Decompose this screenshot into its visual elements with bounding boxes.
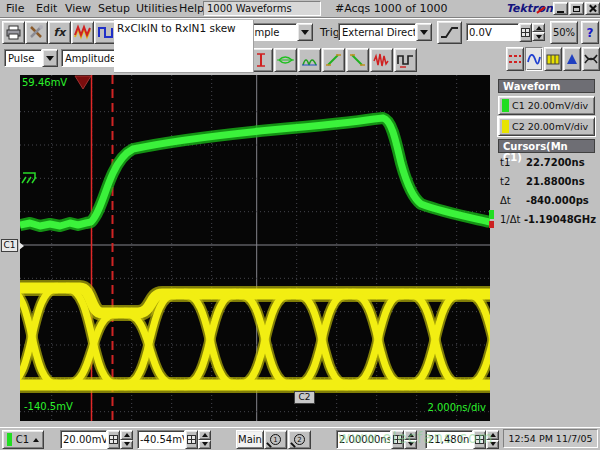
annotation-label: RxClkIN to RxIN1 skew [114, 20, 254, 73]
vertical-scale-up-button[interactable] [120, 430, 133, 440]
horizontal-scale-up-button[interactable] [404, 430, 417, 440]
measure-fall-slope-button[interactable] [346, 48, 369, 72]
vertical-scale-field[interactable]: 20.00mV/ [60, 430, 107, 449]
trigger-source-dropdown-button[interactable] [416, 23, 432, 41]
printer-icon [5, 24, 22, 41]
horizontal-scale-spinner: 2.00000ns [336, 430, 417, 449]
trig-label: Trig [320, 26, 340, 39]
channel-select-label: C1 [16, 434, 29, 445]
horizontal-mode-button[interactable]: Main [236, 430, 264, 449]
graticule-display[interactable]: 59.46mV -140.5mV 2.000ns/div C2 [20, 75, 490, 421]
cursor-readout-t2: t221.8800ns [500, 176, 596, 187]
horizontal-scale-field[interactable]: 2.00000ns [336, 430, 391, 449]
right-control-panel: Waveform C1 20.00mV/div C2 20.00mV/div C… [494, 75, 600, 427]
vertical-position-spinner: -40.54mV [137, 430, 211, 449]
menu-edit[interactable]: Edit [36, 2, 57, 15]
measure-jitter-button[interactable] [394, 48, 417, 72]
histogram-mode-button[interactable] [544, 47, 562, 71]
channel2-tag[interactable]: C2 [294, 391, 315, 404]
keypad-button[interactable] [473, 430, 486, 449]
close-button[interactable] [585, 2, 600, 15]
vertical-scale-down-button[interactable] [120, 440, 133, 450]
menu-setup[interactable]: Setup [98, 2, 130, 15]
keypad-button[interactable] [107, 430, 120, 449]
up-arrow-icon [408, 433, 414, 437]
menu-utilities[interactable]: Utilities [136, 2, 177, 15]
c1-color-chip-icon [502, 99, 509, 112]
vertical-scale-spinner: 20.00mV/ [60, 430, 133, 449]
print-button[interactable] [2, 21, 25, 44]
scope-canvas [20, 75, 490, 421]
down-arrow-icon [202, 442, 208, 446]
mask-mode-icon [565, 51, 579, 67]
up-arrow-icon [202, 433, 208, 437]
channel-color-chip-icon [7, 433, 12, 446]
vertical-position-field[interactable]: -40.54mV [137, 430, 185, 449]
down-arrow-icon [536, 35, 542, 39]
marker-icon [253, 52, 270, 69]
menu-file[interactable]: File [6, 2, 24, 15]
top-voltage-readout: 59.46mV [22, 77, 67, 88]
trigger-level-field[interactable]: 0.0V [466, 23, 519, 41]
eye-mode-icon [584, 51, 598, 67]
rise-slope-icon [325, 52, 342, 69]
trigger-position-icon[interactable] [75, 76, 91, 89]
tools-icon [28, 24, 45, 41]
trigger-level-spinner: 0.0V [466, 23, 545, 41]
minimize-icon [557, 11, 564, 13]
horizontal-position-down-button[interactable] [486, 440, 499, 450]
trigger-slope-button[interactable] [437, 21, 462, 44]
vertical-position-down-button[interactable] [198, 440, 211, 450]
channel-select-button[interactable]: C1 [2, 430, 44, 449]
trigger-source-select[interactable]: External Direct [338, 23, 416, 41]
waveform-icon [74, 24, 91, 41]
close-icon [588, 4, 597, 13]
histogram-mode-icon [546, 51, 560, 67]
measure-category-select[interactable]: Pulse [4, 49, 42, 67]
cursor-mode-button[interactable] [506, 47, 524, 71]
channel1-tag[interactable]: C1 [1, 239, 18, 252]
trigger-level-down-button[interactable] [532, 32, 545, 41]
measure-burst-button[interactable] [370, 48, 393, 72]
chevron-down-icon [420, 30, 428, 35]
down-arrow-icon [490, 442, 496, 446]
horizontal-position-up-button[interactable] [486, 430, 499, 440]
set-50-percent-button[interactable]: 50% [550, 21, 578, 44]
mask-mode-button[interactable] [563, 47, 581, 71]
measure-category-dropdown-button[interactable] [42, 49, 58, 67]
waveform-button[interactable] [71, 21, 94, 44]
eye-mode-button[interactable] [582, 47, 600, 71]
acquisition-mode-dropdown-button[interactable] [297, 23, 313, 41]
keypad-button[interactable] [185, 430, 198, 449]
trigger-level-marker [489, 221, 494, 228]
keypad-button[interactable] [519, 23, 532, 42]
c2-scale-label: C2 20.00mV/div [512, 121, 588, 132]
context-help-button[interactable]: ? [581, 21, 599, 44]
measure-rise-slope-button[interactable] [322, 48, 345, 72]
restore-button[interactable] [569, 2, 584, 15]
minimize-button[interactable] [553, 2, 568, 15]
utilities-tools-button[interactable] [25, 21, 48, 44]
jitter-pulse-icon [397, 52, 414, 69]
menu-view[interactable]: View [65, 2, 91, 15]
cursor-mode-icon [508, 51, 522, 67]
zoom1-button[interactable]: 1 [264, 430, 287, 449]
measure-eye-arches-button[interactable] [298, 48, 321, 72]
menu-bar: File Edit View Setup Utilities Help 1000… [0, 0, 600, 18]
vertical-position-up-button[interactable] [198, 430, 211, 440]
trigger-level-up-button[interactable] [532, 23, 545, 32]
timebase-readout: 2.000ns/div [427, 402, 486, 413]
menu-help[interactable]: Help [179, 2, 204, 15]
horizontal-position-field[interactable]: 21,480n [425, 430, 473, 449]
help-pointer-icon: ? [587, 26, 594, 40]
keypad-icon [475, 435, 484, 444]
fall-slope-icon [349, 52, 366, 69]
waveform-mode-button[interactable] [525, 47, 543, 71]
channel2-scale-button[interactable]: C2 20.00mV/div [498, 117, 595, 136]
measure-eye-width-button[interactable] [274, 48, 297, 72]
zoom2-button[interactable]: 2 [288, 430, 311, 449]
horizontal-scale-down-button[interactable] [404, 440, 417, 450]
formula-button[interactable]: fx [48, 21, 71, 44]
channel1-scale-button[interactable]: C1 20.00mV/div [498, 96, 595, 115]
keypad-button[interactable] [391, 430, 404, 449]
